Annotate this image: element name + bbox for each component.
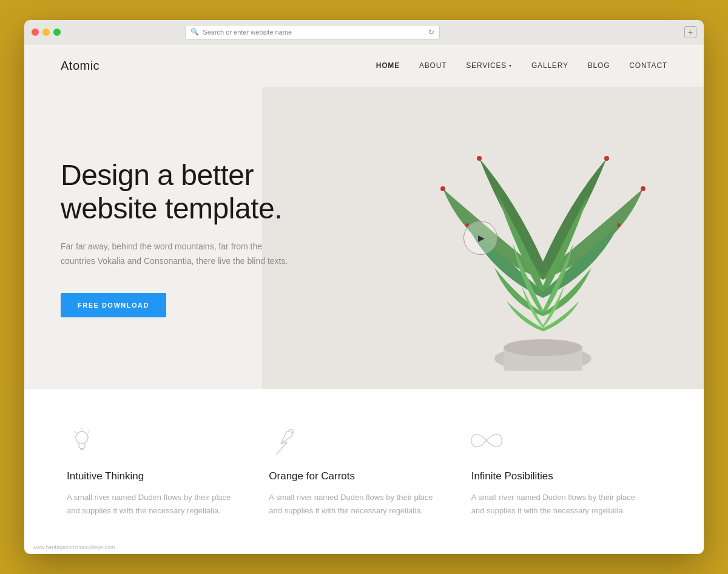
traffic-lights	[32, 29, 61, 36]
hero-content: Design a better website template. Far fa…	[24, 158, 340, 317]
infinity-icon	[471, 425, 502, 456]
new-tab-button[interactable]: +	[684, 26, 696, 38]
nav-gallery[interactable]: GALLERY	[531, 61, 568, 70]
svg-point-4	[440, 186, 445, 191]
svg-line-13	[75, 431, 76, 433]
svg-line-14	[88, 431, 89, 433]
site-logo[interactable]: Atomic	[61, 59, 99, 73]
feature-title-2: Orange for Carrots	[269, 470, 447, 482]
svg-point-2	[477, 156, 482, 161]
feature-card-1: Intuitive Thinking A small river named D…	[61, 413, 263, 530]
svg-point-7	[617, 223, 621, 227]
address-text: Search or enter website name	[203, 29, 425, 36]
nav-links: HOME ABOUT SERVICES ▾ GALLERY BLOG CONTA…	[376, 61, 667, 70]
svg-point-5	[641, 186, 645, 191]
feature-card-3: Infinite Posibilities A small river name…	[465, 413, 667, 530]
hero-title: Design a better website template.	[61, 158, 303, 225]
feature-desc-2: A small river named Duden flows by their…	[269, 491, 447, 518]
hero-section: Design a better website template. Far fa…	[24, 87, 704, 389]
feature-card-2: Orange for Carrots A small river named D…	[263, 413, 465, 530]
minimize-button[interactable]	[42, 29, 50, 36]
nav-services[interactable]: SERVICES ▾	[466, 61, 512, 70]
feature-desc-1: A small river named Duden flows by their…	[67, 491, 244, 518]
hero-subtitle: Far far away, behind the word mountains,…	[61, 240, 291, 269]
play-icon: ▶	[478, 233, 485, 243]
svg-point-8	[504, 339, 582, 356]
address-bar[interactable]: 🔍 Search or enter website name ↻	[185, 25, 440, 39]
feature-title-1: Intuitive Thinking	[67, 470, 244, 482]
footer-url: www.heritagechristiancollege.com	[33, 544, 115, 550]
feature-title-3: Infinite Posibilities	[471, 470, 649, 482]
cta-button[interactable]: FREE DOWNLOAD	[61, 293, 166, 317]
search-icon: 🔍	[190, 28, 199, 36]
svg-point-9	[76, 431, 88, 444]
play-button[interactable]: ▶	[463, 221, 497, 255]
nav-contact[interactable]: CONTACT	[629, 61, 667, 70]
nav-blog[interactable]: BLOG	[588, 61, 610, 70]
main-nav: Atomic HOME ABOUT SERVICES ▾ GALLERY BLO…	[24, 44, 704, 87]
nav-home[interactable]: HOME	[376, 61, 400, 70]
dropdown-arrow-icon: ▾	[509, 63, 512, 69]
nav-about[interactable]: ABOUT	[419, 61, 447, 70]
browser-chrome: 🔍 Search or enter website name ↻ +	[24, 20, 704, 44]
features-section: Intuitive Thinking A small river named D…	[24, 389, 704, 554]
maximize-button[interactable]	[53, 29, 61, 36]
close-button[interactable]	[32, 29, 39, 36]
website-content: Atomic HOME ABOUT SERVICES ▾ GALLERY BLO…	[24, 44, 704, 554]
svg-point-3	[604, 156, 609, 161]
carrot-icon	[269, 425, 299, 456]
succulent-illustration	[346, 87, 704, 389]
feature-desc-3: A small river named Duden flows by their…	[471, 491, 649, 518]
browser-window: 🔍 Search or enter website name ↻ + Atomi…	[24, 20, 704, 554]
lightbulb-icon	[67, 425, 97, 456]
refresh-icon[interactable]: ↻	[428, 28, 434, 36]
